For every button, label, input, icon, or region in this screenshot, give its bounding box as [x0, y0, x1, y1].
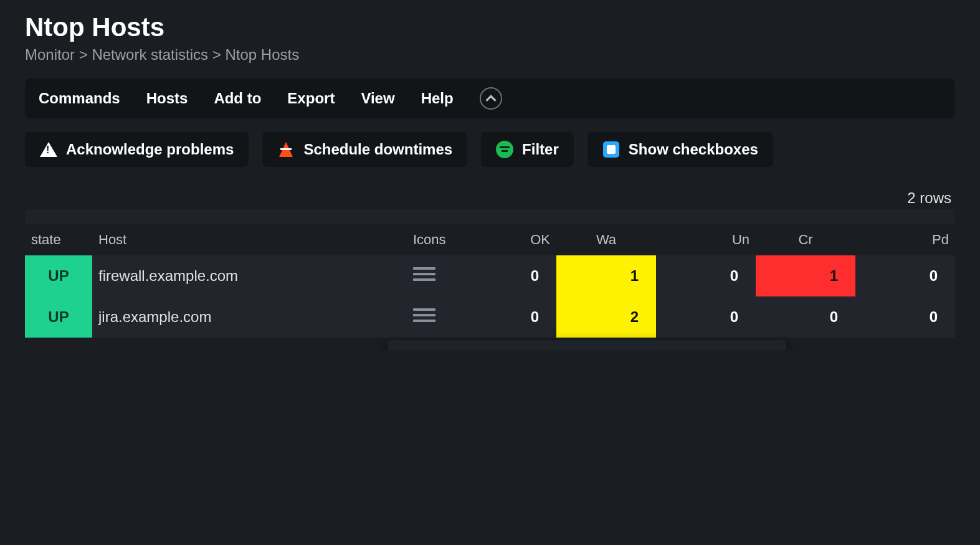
cell-pd[interactable]: 0 [855, 296, 955, 338]
acknowledge-problems-button[interactable]: Acknowledge problems [25, 132, 249, 167]
action-bar: Acknowledge problems Schedule downtimes … [25, 132, 955, 167]
hamburger-icon[interactable] [413, 264, 435, 284]
page-title: Ntop Hosts [25, 12, 955, 42]
state-badge: UP [25, 255, 92, 296]
col-wa[interactable]: Wa [556, 224, 656, 255]
breadcrumb-item[interactable]: Network statistics [92, 46, 208, 63]
cone-icon [277, 141, 295, 158]
state-badge: UP [25, 296, 92, 338]
table-row[interactable]: UPfirewall.example.com01010 [25, 255, 955, 296]
row-actions[interactable] [407, 296, 457, 338]
breadcrumb-item[interactable]: Ntop Hosts [225, 46, 299, 63]
cell-wa[interactable]: 2 [556, 296, 656, 338]
menu-help[interactable]: Help [421, 90, 454, 107]
col-ok[interactable]: OK [457, 224, 556, 255]
action-label: Acknowledge problems [66, 141, 234, 158]
col-state[interactable]: state [25, 224, 92, 255]
breadcrumb: Monitor > Network statistics > Ntop Host… [25, 46, 955, 64]
breadcrumb-sep: > [212, 46, 226, 63]
col-host[interactable]: Host [92, 224, 407, 255]
cell-cr[interactable]: 0 [756, 296, 855, 338]
cell-cr[interactable]: 1 [756, 255, 855, 296]
col-pd[interactable]: Pd [855, 224, 955, 255]
checkbox-icon [602, 141, 620, 158]
cell-pd[interactable]: 0 [855, 255, 955, 296]
table-header-spacer [25, 209, 955, 224]
breadcrumb-item[interactable]: Monitor [25, 46, 75, 63]
warning-icon [40, 141, 57, 158]
cell-wa[interactable]: 1 [556, 255, 656, 296]
collapse-menubar-button[interactable] [480, 87, 502, 110]
cell-un[interactable]: 0 [656, 255, 756, 296]
cell-ok[interactable]: 0 [457, 255, 556, 296]
row-actions[interactable] [407, 255, 457, 296]
menu-hosts[interactable]: Hosts [146, 90, 188, 107]
breadcrumb-sep: > [79, 46, 92, 63]
row-count: 2 rows [25, 189, 955, 207]
table-row[interactable]: UPjira.example.com02000 [25, 296, 955, 338]
context-menu-item[interactable]: ↻Reschedule check [397, 348, 774, 350]
filter-button[interactable]: Filter [481, 132, 574, 167]
host-name[interactable]: firewall.example.com [92, 255, 407, 296]
menubar: Commands Hosts Add to Export View Help [25, 78, 955, 118]
cell-ok[interactable]: 0 [457, 296, 556, 338]
chevron-up-icon [485, 95, 496, 105]
col-cr[interactable]: Cr [756, 224, 855, 255]
hosts-table-wrap: state Host Icons OK Wa Un Cr Pd UPfirewa… [25, 209, 955, 338]
show-checkboxes-button[interactable]: Show checkboxes [588, 132, 773, 167]
host-context-menu: ↻Reschedule checkParameters for this hos… [388, 340, 786, 350]
menu-view[interactable]: View [361, 90, 394, 107]
menu-commands[interactable]: Commands [39, 90, 120, 107]
filter-icon [496, 141, 513, 158]
action-label: Schedule downtimes [303, 141, 452, 158]
hamburger-icon[interactable] [413, 305, 435, 325]
action-label: Show checkboxes [629, 141, 758, 158]
cell-un[interactable]: 0 [656, 296, 756, 338]
schedule-downtimes-button[interactable]: Schedule downtimes [262, 132, 467, 167]
menu-export[interactable]: Export [287, 90, 335, 107]
col-un[interactable]: Un [656, 224, 756, 255]
host-name[interactable]: jira.example.com [92, 296, 407, 338]
action-label: Filter [522, 141, 559, 158]
menu-add-to[interactable]: Add to [214, 90, 261, 107]
col-icons[interactable]: Icons [407, 224, 457, 255]
hosts-table: state Host Icons OK Wa Un Cr Pd UPfirewa… [25, 224, 955, 338]
